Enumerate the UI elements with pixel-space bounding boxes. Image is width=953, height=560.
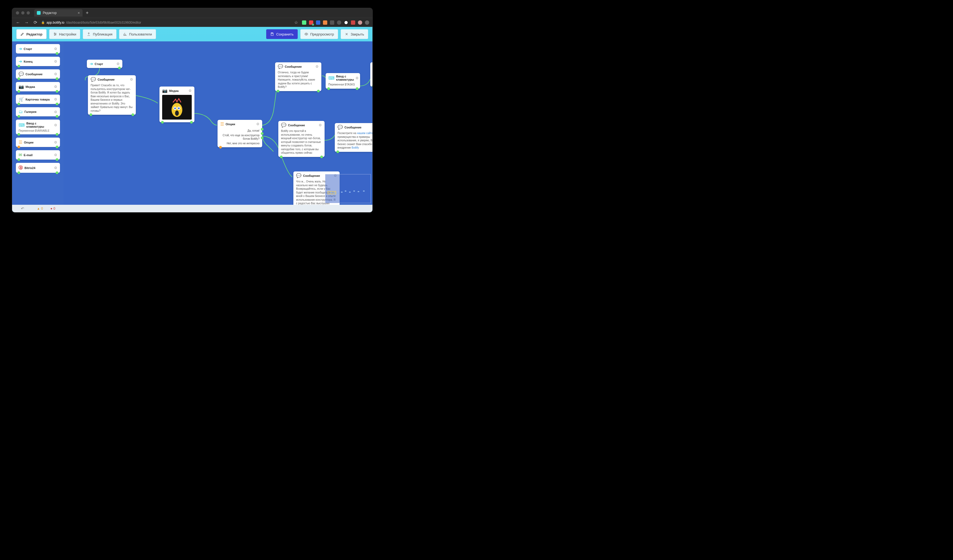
back-button[interactable]: ← bbox=[16, 20, 21, 25]
preview-button[interactable]: Предпросмотр bbox=[300, 29, 338, 39]
undo-button[interactable]: ↶ bbox=[16, 206, 29, 211]
tab-publish[interactable]: Публикация bbox=[83, 29, 116, 39]
node-media[interactable]: 📷Медиа⚙ bbox=[160, 87, 194, 122]
svg-point-4 bbox=[306, 34, 307, 35]
gear-icon[interactable]: ⚙ bbox=[54, 47, 57, 51]
message-icon: 💬 bbox=[296, 173, 301, 178]
start-icon: ➜ bbox=[90, 61, 93, 67]
sliders-icon bbox=[53, 32, 57, 36]
save-button[interactable]: Сохранить bbox=[266, 29, 298, 39]
save-label: Сохранить bbox=[276, 32, 293, 36]
gear-icon[interactable]: ⚙ bbox=[130, 77, 133, 81]
palette-gallery[interactable]: 🗂Галерея⚙ bbox=[16, 107, 60, 116]
gear-icon[interactable]: ⚙ bbox=[54, 140, 57, 144]
palette-bitrix[interactable]: ⒷBitrix24⚙ bbox=[16, 163, 60, 173]
close-window-dot[interactable] bbox=[16, 11, 19, 14]
block-palette: ➜Старт⚙ ➜Конец⚙ 💬Сообщение⚙ 📷Медиа⚙ 🛒Кар… bbox=[12, 42, 64, 205]
extension-icon[interactable] bbox=[337, 20, 341, 25]
extension-icon[interactable] bbox=[330, 20, 334, 25]
flow-canvas[interactable]: ➜Старт⚙ 💬Сообщение⚙ Привет! Спасибо за т… bbox=[64, 42, 373, 205]
browser-tab[interactable]: Редактор × bbox=[34, 9, 82, 17]
extension-icon[interactable] bbox=[302, 20, 306, 25]
url-display[interactable]: 🔒 app.botlify.io/dashboard/bots/5de53dbf… bbox=[41, 21, 290, 25]
extension-icon[interactable] bbox=[316, 20, 320, 25]
message-icon: 💬 bbox=[281, 122, 286, 128]
botlify-link[interactable]: Botlify bbox=[352, 146, 359, 149]
node-message-site[interactable]: 💬Сообщение⚙ Посмотрите на нашем сайте вс… bbox=[335, 123, 373, 152]
tab-settings[interactable]: Настройки bbox=[49, 29, 81, 39]
option-2[interactable]: Стой, что еще за конструктор ботов Botli… bbox=[220, 133, 259, 141]
variable-label: Переменная $VARIABLE bbox=[19, 129, 57, 132]
bitrix-icon: Ⓑ bbox=[19, 165, 23, 171]
gear-icon[interactable]: ⚙ bbox=[116, 62, 120, 66]
errors-counter[interactable]: ●0 bbox=[51, 207, 55, 210]
extension-icon[interactable] bbox=[344, 20, 348, 25]
maximize-window-dot[interactable] bbox=[26, 11, 30, 14]
node-body: Привет! Спасибо за то, что пользуетесь к… bbox=[88, 84, 136, 115]
gear-icon[interactable]: ⚙ bbox=[54, 110, 57, 114]
node-start[interactable]: ➜Старт⚙ bbox=[87, 60, 123, 68]
gear-icon[interactable]: ⚙ bbox=[54, 166, 57, 170]
forward-button[interactable]: → bbox=[24, 20, 29, 25]
workspace: ➜Старт⚙ ➜Конец⚙ 💬Сообщение⚙ 📷Медиа⚙ 🛒Кар… bbox=[12, 42, 373, 205]
node-body: Botlify это простой в использовании, но … bbox=[278, 129, 324, 157]
option-1[interactable]: Да, готов! bbox=[220, 129, 259, 133]
gear-icon[interactable]: ⚙ bbox=[256, 122, 259, 126]
palette-email[interactable]: ✉E-mail⚙ bbox=[16, 150, 60, 159]
palette-options[interactable]: ☰Опции⚙ bbox=[16, 138, 60, 147]
save-icon bbox=[270, 32, 274, 36]
node-body: Отлично, тогда не будем затягивать и при… bbox=[275, 71, 321, 91]
svg-point-0 bbox=[54, 33, 54, 33]
avatar-icon[interactable] bbox=[358, 20, 362, 25]
gear-icon[interactable]: ⚙ bbox=[54, 97, 57, 101]
app-content: Редактор Настройки Публикация Пользовате… bbox=[12, 27, 373, 212]
bookmark-star-icon[interactable]: ☆ bbox=[293, 20, 299, 25]
close-button[interactable]: Закрыть bbox=[341, 29, 368, 39]
minimize-window-dot[interactable] bbox=[21, 11, 25, 14]
gear-icon[interactable]: ⚙ bbox=[54, 59, 57, 63]
node-message-cut[interactable]: 💬Сооб Понял, мои... чем занима... пару п… bbox=[370, 62, 373, 87]
gear-icon[interactable]: ⚙ bbox=[315, 65, 319, 68]
gear-icon[interactable]: ⚙ bbox=[319, 123, 322, 127]
palette-keyboard-input[interactable]: ⌨Ввод с клавиатуры⚙ Переменная $VARIABLE bbox=[16, 119, 60, 135]
node-message-proceed[interactable]: 💬Сообщение⚙ Отлично, тогда не будем затя… bbox=[275, 62, 321, 91]
palette-message[interactable]: 💬Сообщение⚙ bbox=[16, 69, 60, 79]
node-options[interactable]: ☰Опции⚙ Да, готов! Стой, что еще за конс… bbox=[217, 120, 262, 147]
options-icon: ☰ bbox=[19, 140, 22, 145]
editor-icon bbox=[20, 32, 24, 36]
palette-end[interactable]: ➜Конец⚙ bbox=[16, 57, 60, 66]
palette-product-card[interactable]: 🛒Карточка товара⚙ bbox=[16, 94, 60, 104]
extension-icon[interactable] bbox=[351, 20, 355, 25]
palette-media[interactable]: 📷Медиа⚙ bbox=[16, 82, 60, 91]
extension-icon[interactable]: 1 bbox=[309, 20, 313, 25]
minimap[interactable] bbox=[325, 174, 371, 203]
gear-icon[interactable]: ⚙ bbox=[188, 89, 192, 93]
warnings-counter[interactable]: ▲0 bbox=[37, 207, 43, 210]
new-tab-button[interactable]: + bbox=[86, 10, 89, 16]
gear-icon[interactable]: ⚙ bbox=[54, 72, 57, 76]
node-message-intro[interactable]: 💬Сообщение⚙ Привет! Спасибо за то, что п… bbox=[88, 75, 136, 115]
gear-icon[interactable]: ⚙ bbox=[355, 76, 359, 80]
message-icon: 💬 bbox=[278, 64, 283, 69]
menu-icon[interactable] bbox=[365, 20, 369, 25]
reload-button[interactable]: ⟳ bbox=[33, 20, 38, 25]
message-icon: 💬 bbox=[337, 125, 343, 130]
extension-icon[interactable] bbox=[323, 20, 327, 25]
tab-users[interactable]: Пользователи bbox=[119, 29, 156, 39]
site-link[interactable]: нашем сайте bbox=[357, 131, 373, 135]
address-bar: ← → ⟳ 🔒 app.botlify.io/dashboard/bots/5d… bbox=[12, 18, 373, 27]
gear-icon[interactable]: ⚙ bbox=[54, 123, 57, 127]
preview-label: Предпросмотр bbox=[310, 32, 334, 36]
browser-window: Редактор × + ← → ⟳ 🔒 app.botlify.io/dash… bbox=[12, 8, 373, 212]
tab-editor-label: Редактор bbox=[26, 32, 42, 36]
palette-start[interactable]: ➜Старт⚙ bbox=[16, 44, 60, 54]
error-icon: ● bbox=[51, 207, 53, 210]
option-3[interactable]: Нет, мне это не интересно bbox=[220, 142, 259, 145]
tab-editor[interactable]: Редактор bbox=[16, 29, 47, 39]
tab-close-icon[interactable]: × bbox=[78, 11, 80, 15]
node-message-about[interactable]: 💬Сообщение⚙ Botlify это простой в исполь… bbox=[278, 121, 324, 157]
gear-icon[interactable]: ⚙ bbox=[54, 153, 57, 157]
favicon bbox=[37, 11, 40, 15]
gear-icon[interactable]: ⚙ bbox=[54, 85, 57, 89]
node-keyboard-input[interactable]: ⌨Ввод с клавиатуры⚙ Переменная $TASKS bbox=[326, 73, 360, 89]
